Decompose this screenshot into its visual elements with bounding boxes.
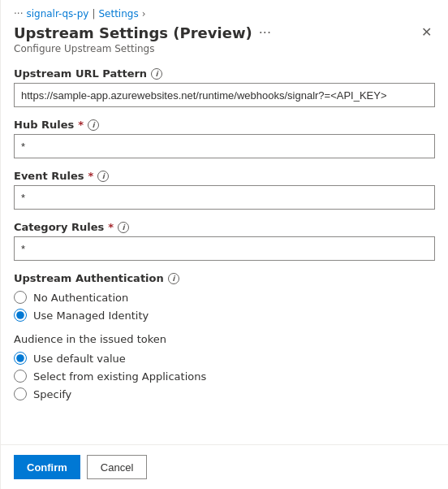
audience-options: Use default value Select from existing A…	[14, 352, 435, 400]
radio-existing-apps[interactable]: Select from existing Applications	[14, 370, 435, 383]
upstream-auth-group: Upstream Authentication i No Authenticat…	[14, 272, 435, 322]
radio-existing-apps-label: Select from existing Applications	[33, 370, 206, 383]
url-pattern-info-icon[interactable]: i	[151, 68, 162, 80]
radio-no-auth[interactable]: No Authentication	[14, 291, 435, 304]
event-rules-input[interactable]	[14, 185, 435, 210]
panel: ··· signalr-qs-py | Settings › Upstream …	[0, 0, 448, 489]
hub-rules-label: Hub Rules * i	[14, 119, 435, 131]
url-pattern-input[interactable]	[14, 83, 435, 107]
hub-rules-input[interactable]	[14, 134, 435, 158]
radio-existing-apps-input[interactable]	[14, 370, 27, 383]
event-rules-group: Event Rules * i	[14, 170, 435, 210]
url-pattern-label: Upstream URL Pattern i	[14, 67, 435, 80]
audience-label: Audience in the issued token	[14, 333, 435, 345]
category-rules-input[interactable]	[14, 236, 435, 261]
radio-managed-identity[interactable]: Use Managed Identity	[14, 309, 435, 322]
category-rules-group: Category Rules * i	[14, 221, 435, 261]
header: Upstream Settings (Preview) ··· ✕	[1, 23, 448, 43]
breadcrumb-arrow: ›	[142, 8, 146, 19]
url-pattern-group: Upstream URL Pattern i	[14, 67, 435, 107]
radio-default-value-input[interactable]	[14, 352, 27, 365]
category-rules-label: Category Rules * i	[14, 221, 435, 233]
breadcrumb-separator: |	[92, 8, 95, 19]
radio-specify-input[interactable]	[14, 387, 27, 400]
footer: Confirm Cancel	[1, 444, 448, 489]
event-rules-info-icon[interactable]: i	[97, 171, 109, 182]
header-left: Upstream Settings (Preview) ···	[14, 24, 271, 41]
upstream-auth-info-icon[interactable]: i	[168, 273, 179, 284]
header-more-icon[interactable]: ···	[259, 25, 271, 41]
panel-subtitle: Configure Upstream Settings	[1, 43, 448, 64]
radio-default-value[interactable]: Use default value	[14, 352, 435, 365]
breadcrumb-settings[interactable]: Settings	[98, 8, 138, 19]
breadcrumb-dots[interactable]: ···	[14, 8, 23, 19]
radio-default-value-label: Use default value	[33, 353, 126, 365]
radio-no-auth-label: No Authentication	[33, 292, 128, 304]
radio-specify-label: Specify	[33, 388, 71, 400]
cancel-button[interactable]: Cancel	[87, 455, 147, 479]
page-title: Upstream Settings (Preview)	[14, 24, 252, 41]
event-rules-label: Event Rules * i	[14, 170, 435, 182]
radio-no-auth-input[interactable]	[14, 291, 27, 304]
category-rules-info-icon[interactable]: i	[118, 222, 129, 233]
hub-rules-group: Hub Rules * i	[14, 119, 435, 158]
close-button[interactable]: ✕	[418, 24, 435, 41]
radio-specify[interactable]: Specify	[14, 387, 435, 400]
breadcrumb: ··· signalr-qs-py | Settings ›	[1, 0, 448, 23]
audience-group: Audience in the issued token Use default…	[14, 333, 435, 400]
radio-managed-identity-input[interactable]	[14, 309, 27, 322]
upstream-auth-options: No Authentication Use Managed Identity	[14, 291, 435, 322]
form-content: Upstream URL Pattern i Hub Rules * i Eve…	[1, 64, 448, 444]
breadcrumb-resource[interactable]: signalr-qs-py	[26, 8, 88, 19]
confirm-button[interactable]: Confirm	[14, 455, 80, 479]
upstream-auth-label: Upstream Authentication i	[14, 272, 435, 284]
radio-managed-identity-label: Use Managed Identity	[33, 309, 149, 322]
hub-rules-info-icon[interactable]: i	[88, 119, 99, 131]
